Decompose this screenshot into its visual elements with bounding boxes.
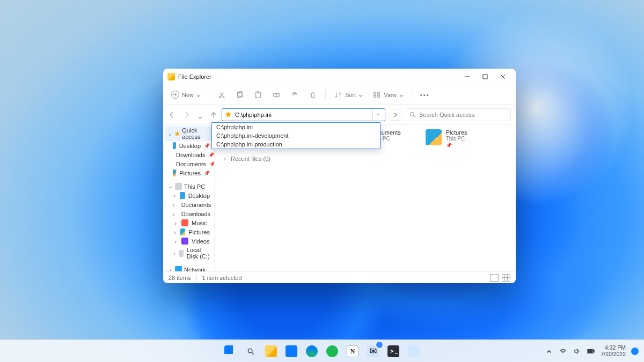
- sidebar-item-label: Documents: [181, 202, 211, 208]
- sidebar-item-desktop[interactable]: ›Desktop: [165, 191, 212, 200]
- sidebar-quick-access[interactable]: ⌄ Quick access: [165, 126, 212, 141]
- folder-icon: [173, 169, 176, 176]
- chevron-right-icon: ›: [173, 193, 177, 199]
- taskbar-clock[interactable]: 4:32 PM 7/10/2022: [601, 345, 626, 357]
- delete-button[interactable]: [305, 88, 321, 102]
- sidebar-item-pictures[interactable]: Pictures📌: [165, 168, 212, 178]
- volume-icon[interactable]: [573, 347, 581, 356]
- folder-icon: [181, 238, 188, 245]
- view-label: View: [384, 92, 397, 98]
- sidebar-item-label: Documents: [176, 161, 206, 167]
- battery-icon[interactable]: [587, 347, 595, 356]
- folder-icon: [265, 345, 277, 357]
- search-icon: [409, 112, 416, 118]
- nav-forward-button[interactable]: [183, 111, 191, 119]
- search-input[interactable]: [419, 112, 507, 118]
- new-icon: [171, 91, 179, 99]
- sidebar-item-pictures[interactable]: ›Pictures: [165, 227, 212, 237]
- ellipsis-icon: •••: [420, 92, 430, 98]
- recent-files-header[interactable]: › Recent files (0): [222, 156, 508, 162]
- taskbar-explorer[interactable]: [262, 342, 280, 360]
- titlebar[interactable]: File Explorer: [163, 69, 516, 85]
- search-box[interactable]: [406, 108, 511, 121]
- suggestion[interactable]: C:\php\php.ini: [212, 123, 380, 131]
- pin-icon: 📌: [446, 143, 467, 148]
- taskbar-spotify[interactable]: [323, 342, 341, 360]
- tray-overflow-button[interactable]: [545, 347, 553, 356]
- sidebar-item-videos[interactable]: ›Videos: [165, 237, 212, 246]
- sidebar-item-label: Local Disk (C:): [187, 247, 210, 260]
- tile-sub: This PC: [446, 136, 467, 142]
- icons-view-button[interactable]: [502, 274, 510, 282]
- mail-icon: ✉: [367, 345, 379, 357]
- notifications-button[interactable]: [631, 348, 639, 355]
- history-button[interactable]: [198, 113, 202, 117]
- taskbar-notion[interactable]: N: [343, 342, 362, 360]
- sidebar-label: This PC: [184, 183, 205, 190]
- sidebar-item-label: Downloads: [181, 211, 210, 217]
- chevron-right-icon: ›: [173, 220, 178, 226]
- paste-button[interactable]: [250, 88, 266, 102]
- sidebar-item-localdisk[interactable]: ›Local Disk (C:): [165, 246, 212, 261]
- sidebar-item-documents[interactable]: Documents📌: [165, 159, 212, 168]
- sidebar-this-pc[interactable]: ⌄ This PC: [165, 182, 212, 191]
- folder-icon: [181, 219, 188, 226]
- minimize-button[interactable]: [458, 71, 476, 83]
- cut-button[interactable]: [214, 88, 230, 102]
- sidebar-item-label: Desktop: [188, 193, 210, 199]
- new-button[interactable]: New: [167, 88, 204, 102]
- svg-point-12: [411, 112, 414, 116]
- rename-button[interactable]: [268, 88, 284, 102]
- window-title: File Explorer: [178, 73, 211, 80]
- taskbar-vscode[interactable]: [282, 342, 301, 360]
- taskbar-search[interactable]: [241, 342, 260, 360]
- taskbar-terminal[interactable]: ＞_: [384, 342, 402, 360]
- desktop: File Explorer New: [0, 0, 644, 362]
- chevron-right-icon: ›: [222, 156, 228, 162]
- more-button[interactable]: •••: [416, 88, 434, 102]
- details-view-button[interactable]: [490, 274, 499, 282]
- sidebar-label: Network: [184, 267, 206, 272]
- command-bar: New Sort View •••: [163, 85, 516, 104]
- sort-button[interactable]: Sort: [330, 88, 367, 102]
- tile-title: Pictures: [446, 129, 467, 136]
- suggestion[interactable]: C:\php\php.ini-development: [212, 131, 380, 140]
- view-button[interactable]: View: [369, 88, 407, 102]
- svg-rect-0: [483, 75, 487, 79]
- drive-icon: [179, 250, 184, 257]
- address-bar[interactable]: [222, 108, 385, 121]
- taskbar-center: N ✉ ＞_: [221, 342, 423, 360]
- navigation-pane[interactable]: ⌄ Quick access Desktop📌 Downloads📌 Docum…: [163, 125, 215, 271]
- terminal-icon: ＞_: [387, 345, 399, 357]
- start-button[interactable]: [221, 342, 239, 360]
- sidebar-network[interactable]: › Network: [165, 265, 212, 271]
- close-button[interactable]: [494, 71, 511, 83]
- address-suggestions: C:\php\php.ini C:\php\php.ini-developmen…: [211, 122, 380, 149]
- nav-back-button[interactable]: [168, 111, 175, 119]
- nav-up-button[interactable]: [210, 111, 217, 119]
- address-dropdown-button[interactable]: [372, 109, 382, 121]
- tile[interactable]: Pictures This PC 📌: [426, 129, 467, 148]
- taskbar-notepad[interactable]: [405, 342, 423, 360]
- sidebar-item-downloads[interactable]: ›Downloads: [165, 209, 212, 218]
- chevron-down-icon: [196, 93, 201, 97]
- taskbar: N ✉ ＞_ 4:32 PM 7/10/2022: [0, 339, 644, 362]
- search-icon: [246, 347, 255, 356]
- taskbar-mail[interactable]: ✉: [364, 342, 382, 360]
- sidebar-item-label: Desktop: [179, 143, 201, 149]
- taskbar-edge[interactable]: [303, 342, 321, 360]
- sidebar-item-music[interactable]: ›Music: [165, 218, 212, 227]
- share-button[interactable]: [287, 88, 303, 102]
- maximize-button[interactable]: [476, 71, 494, 83]
- chevron-down-icon: ⌄: [167, 183, 173, 190]
- address-input[interactable]: [235, 109, 369, 120]
- copy-button[interactable]: [232, 88, 248, 102]
- sidebar-item-documents[interactable]: ›Documents: [165, 200, 212, 209]
- suggestion[interactable]: C:\php\php.ini-production: [212, 140, 380, 149]
- wifi-icon[interactable]: [559, 347, 567, 356]
- share-icon: [290, 91, 299, 99]
- notepad-icon: [408, 345, 420, 357]
- go-button[interactable]: [390, 109, 401, 121]
- sidebar-item-downloads[interactable]: Downloads📌: [165, 150, 212, 159]
- sidebar-item-desktop[interactable]: Desktop📌: [165, 141, 212, 150]
